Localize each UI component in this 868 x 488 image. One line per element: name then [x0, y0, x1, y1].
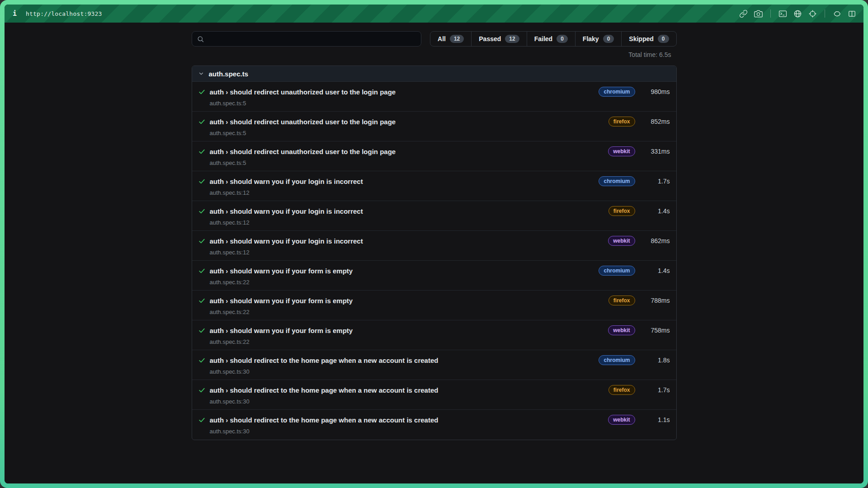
filter-tab-failed[interactable]: Failed 0: [527, 32, 575, 46]
check-icon: [198, 327, 206, 334]
split-view-button[interactable]: [848, 9, 856, 18]
globe-button[interactable]: [793, 9, 802, 18]
test-title: auth › should warn you if your login is …: [210, 207, 604, 215]
project-badge[interactable]: webkit: [608, 325, 635, 335]
link-button[interactable]: [739, 9, 748, 18]
project-badge[interactable]: chromium: [599, 266, 635, 276]
filter-tab-count: 0: [603, 35, 614, 43]
check-icon: [198, 88, 206, 96]
filter-tab-label: Failed: [534, 35, 552, 42]
test-rows: auth › should redirect unauthorized user…: [192, 82, 676, 440]
browser-window: i http://localhost:9323: [5, 5, 863, 483]
check-icon: [198, 297, 206, 305]
test-title: auth › should redirect unauthorized user…: [210, 148, 604, 155]
terminal-button[interactable]: [778, 9, 787, 18]
project-badge[interactable]: firefox: [609, 385, 635, 395]
report-page: All 12 Passed 12 Failed 0 Flaky 0 Skippe…: [5, 23, 863, 483]
test-location: auth.spec.ts:30: [210, 368, 670, 375]
check-icon: [198, 178, 206, 185]
test-title: auth › should warn you if your form is e…: [210, 297, 604, 305]
test-row[interactable]: auth › should redirect to the home page …: [192, 350, 676, 380]
test-row[interactable]: auth › should warn you if your login is …: [192, 201, 676, 231]
project-badge[interactable]: chromium: [599, 176, 635, 186]
test-row[interactable]: auth › should redirect to the home page …: [192, 410, 676, 440]
test-location: auth.spec.ts:22: [210, 338, 670, 345]
test-duration: 758ms: [639, 327, 670, 334]
test-title: auth › should warn you if your login is …: [210, 237, 604, 245]
titlebar-toolbar: [739, 9, 856, 18]
terminal-icon: [778, 9, 787, 18]
info-icon: i: [13, 9, 17, 18]
test-duration: 980ms: [639, 88, 670, 95]
camera-icon: [754, 9, 763, 18]
test-row[interactable]: auth › should warn you if your form is e…: [192, 261, 676, 291]
camera-button[interactable]: [754, 9, 763, 18]
test-row[interactable]: auth › should warn you if your form is e…: [192, 320, 676, 350]
test-row[interactable]: auth › should warn you if your login is …: [192, 231, 676, 261]
filter-tab-skipped[interactable]: Skipped 0: [621, 32, 676, 46]
test-title: auth › should redirect unauthorized user…: [210, 88, 595, 96]
test-duration: 788ms: [639, 297, 670, 304]
test-duration: 1.4s: [639, 267, 670, 274]
project-badge[interactable]: firefox: [609, 296, 635, 305]
project-badge[interactable]: chromium: [599, 87, 635, 97]
project-badge[interactable]: firefox: [609, 117, 635, 127]
test-location: auth.spec.ts:12: [210, 219, 670, 226]
filter-tab-label: Skipped: [629, 35, 653, 42]
filter-tab-count: 12: [450, 35, 464, 43]
filter-tab-count: 12: [505, 35, 519, 43]
test-duration: 1.7s: [639, 178, 670, 185]
filter-tab-passed[interactable]: Passed 12: [471, 32, 526, 46]
project-badge[interactable]: webkit: [608, 415, 635, 425]
toolbar-divider: [825, 9, 825, 18]
total-time: Total time: 6.5s: [192, 51, 671, 59]
filter-tab-label: Passed: [479, 35, 501, 42]
test-row[interactable]: auth › should redirect unauthorized user…: [192, 82, 676, 112]
test-title: auth › should warn you if your form is e…: [210, 327, 604, 334]
test-location: auth.spec.ts:5: [210, 100, 670, 107]
filter-tab-count: 0: [658, 35, 669, 43]
test-row[interactable]: auth › should warn you if your login is …: [192, 171, 676, 201]
project-badge[interactable]: webkit: [608, 236, 635, 246]
test-duration: 1.1s: [639, 416, 670, 423]
test-location: auth.spec.ts:12: [210, 189, 670, 196]
check-icon: [198, 148, 206, 155]
cloud-button[interactable]: [833, 9, 841, 18]
test-location: auth.spec.ts:22: [210, 309, 670, 315]
test-title: auth › should redirect unauthorized user…: [210, 118, 604, 126]
filter-tab-all[interactable]: All 12: [430, 32, 471, 46]
filter-tab-label: All: [438, 35, 446, 42]
filter-tab-count: 0: [557, 35, 568, 43]
project-badge[interactable]: firefox: [609, 206, 635, 216]
url-text: http://localhost:9323: [26, 10, 102, 17]
test-location: auth.spec.ts:12: [210, 249, 670, 256]
check-icon: [198, 207, 206, 215]
toolbar-divider: [770, 9, 771, 18]
test-location: auth.spec.ts:5: [210, 130, 670, 136]
chevron-down-icon: [198, 70, 204, 77]
check-icon: [198, 357, 206, 364]
test-title: auth › should redirect to the home page …: [210, 386, 604, 394]
crosshair-button[interactable]: [808, 9, 817, 18]
test-duration: 1.7s: [639, 386, 670, 394]
project-badge[interactable]: chromium: [599, 355, 635, 365]
test-report: auth.spec.ts auth › should redirect unau…: [192, 66, 677, 440]
test-row[interactable]: auth › should redirect unauthorized user…: [192, 112, 676, 141]
filter-tab-flaky[interactable]: Flaky 0: [575, 32, 622, 46]
test-duration: 331ms: [639, 148, 670, 155]
crosshair-icon: [808, 9, 817, 18]
test-title: auth › should warn you if your login is …: [210, 178, 595, 185]
test-row[interactable]: auth › should redirect unauthorized user…: [192, 141, 676, 171]
file-group-header[interactable]: auth.spec.ts: [192, 66, 676, 82]
test-row[interactable]: auth › should warn you if your form is e…: [192, 291, 676, 320]
project-badge[interactable]: webkit: [608, 146, 635, 156]
check-icon: [198, 267, 206, 275]
filter-tabs: All 12 Passed 12 Failed 0 Flaky 0 Skippe…: [430, 31, 676, 47]
check-icon: [198, 237, 206, 245]
globe-icon: [793, 9, 802, 18]
filter-tab-label: Flaky: [583, 35, 599, 42]
test-title: auth › should warn you if your form is e…: [210, 267, 595, 275]
test-row[interactable]: auth › should redirect to the home page …: [192, 380, 676, 410]
test-duration: 862ms: [639, 237, 670, 244]
search-input[interactable]: [208, 35, 417, 42]
